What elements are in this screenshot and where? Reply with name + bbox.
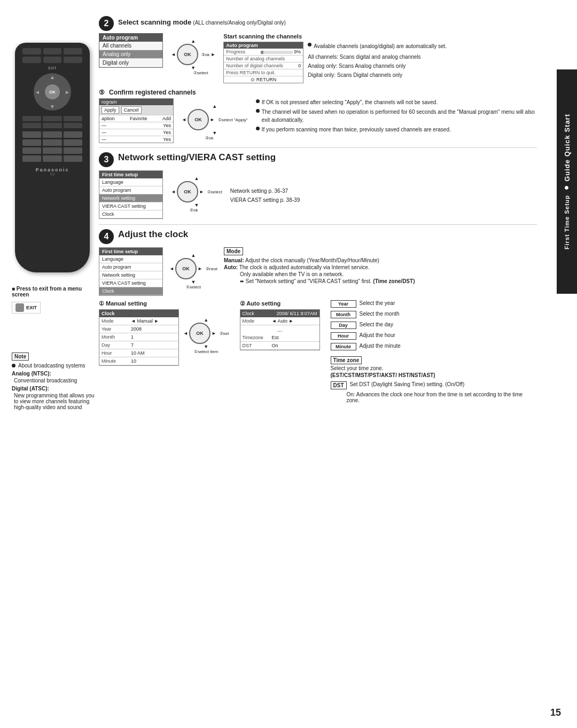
- section4-row: First time setup Language Auto program N…: [99, 247, 537, 296]
- num-7[interactable]: [22, 147, 41, 154]
- dpad-down[interactable]: ▼: [50, 104, 55, 109]
- section2-title-sub: (ALL channels/Analog only/Digital only): [193, 20, 286, 26]
- cnote3-bullet: [256, 127, 260, 130]
- dpad-right[interactable]: ►: [65, 89, 70, 95]
- menu-analog-only[interactable]: Analog only: [99, 50, 162, 59]
- manual-setting: ① Manual setting Clock Mode ◄ Manual ► Y…: [99, 300, 229, 403]
- fts-network-4[interactable]: Network setting: [99, 271, 162, 279]
- cancel-btn[interactable]: Cancel: [121, 106, 142, 114]
- confirm-apply-row: Apply Cancel: [99, 105, 173, 115]
- fts-autoprog-4[interactable]: Auto program: [99, 263, 162, 271]
- remote-tv-label: TV: [50, 173, 55, 176]
- mid-btn-1[interactable]: [22, 116, 41, 121]
- num-3[interactable]: [64, 131, 82, 138]
- page-number: 15: [550, 707, 561, 718]
- mid-btn-3[interactable]: [64, 116, 82, 121]
- dst-row: DST Set DST (Daylight Saving Time) setti…: [331, 381, 537, 389]
- confirm-row3: — Yes: [99, 136, 173, 143]
- auto-clock-header: Clock 2008/ 6/11 8:07AM: [240, 310, 319, 317]
- confirm-notes-area: If OK is not pressed after selecting "Ap…: [256, 98, 537, 143]
- clock-hour-row: Hour 10 AM: [99, 349, 178, 357]
- mid-btn-2[interactable]: [43, 116, 61, 121]
- fts-clock-3[interactable]: Clock: [99, 210, 162, 218]
- menu-digital-only[interactable]: Digital only: [99, 59, 162, 67]
- ok-circle-1: OK: [177, 44, 198, 65]
- auto-label: Auto:: [224, 264, 238, 270]
- remote-btn-1[interactable]: [22, 48, 41, 54]
- right-info-area: Year Select the year Month Select the mo…: [331, 300, 537, 403]
- dpad-up[interactable]: ▲: [50, 74, 55, 80]
- fts-menu-4: First time setup Language Auto program N…: [99, 247, 163, 296]
- ok2-arrow-right: ►: [210, 117, 215, 122]
- remote-btn-4[interactable]: [22, 57, 41, 63]
- num-9[interactable]: [64, 147, 82, 154]
- clock-mode-key: Mode: [99, 317, 129, 325]
- ok3-select: ①select: [207, 190, 222, 194]
- auto-mode-val: ◄ Auto ►: [270, 317, 319, 325]
- remote-btn-3[interactable]: [64, 48, 82, 54]
- auto-dots: ...: [240, 325, 319, 334]
- cnote2: The channel will be saved when no operat…: [256, 108, 537, 124]
- ok-button[interactable]: OK: [45, 84, 60, 99]
- num-8[interactable]: [43, 147, 61, 154]
- fts-network-3[interactable]: Network setting: [99, 194, 162, 202]
- timezone-desc: Select your time zone.: [331, 365, 537, 371]
- auto-tz-val: Est: [270, 334, 319, 341]
- clock-day-row: Day 7: [99, 341, 178, 349]
- sidebar-bullet: ●: [562, 184, 572, 193]
- clock-hour-val: 10 AM: [129, 349, 178, 357]
- row3-dots: —: [102, 137, 106, 142]
- num-0[interactable]: [43, 155, 61, 162]
- fts-menu-3: First time setup Language Auto program N…: [99, 170, 163, 219]
- ok-diagram-3: ▲ ◄ OK ► ①select ▼ ②ok: [171, 176, 222, 219]
- row2-yes: Yes: [163, 130, 171, 135]
- cnote1-bullet: [256, 99, 260, 103]
- clock-minute-val: 10: [129, 357, 178, 365]
- fts-clock-4[interactable]: Clock: [99, 287, 162, 295]
- section2-row1: Auto program All channels Analog only Di…: [99, 33, 537, 83]
- right-table: Year Select the year Month Select the mo…: [331, 300, 537, 352]
- auto-dst-row: DST On: [240, 342, 319, 350]
- ok-diagram-4: ▲ ◄ OK ► ②next ▼ ①select: [169, 253, 217, 296]
- num-4[interactable]: [22, 139, 41, 146]
- remote-btn-5[interactable]: [43, 57, 62, 63]
- dpad-left[interactable]: ◄: [35, 89, 40, 95]
- apply-btn[interactable]: Apply: [102, 106, 119, 114]
- remote-top-buttons: [22, 48, 82, 63]
- num-1[interactable]: [22, 131, 41, 138]
- day-val: Select the day: [360, 322, 537, 327]
- day-key: Day: [331, 322, 356, 329]
- num-star[interactable]: [22, 155, 41, 162]
- num-hash[interactable]: [64, 155, 82, 162]
- auto-dst-key: DST: [240, 342, 270, 349]
- fts-autoprog-3[interactable]: Auto program: [99, 186, 162, 194]
- clock-day-val: 7: [129, 341, 178, 349]
- ok4-row: ◄ OK ► ②next: [169, 258, 217, 279]
- fts-language-4[interactable]: Language: [99, 255, 162, 263]
- clock-mode-val: ◄ Manual ►: [129, 317, 178, 325]
- fts-language-3[interactable]: Language: [99, 178, 162, 186]
- num-2[interactable]: [43, 131, 61, 138]
- fts-cast-3[interactable]: VIERA CAST setting: [99, 202, 162, 210]
- manual-auto-row: ① Manual setting Clock Mode ◄ Manual ► Y…: [99, 300, 537, 403]
- auto-tz-key: Timezone: [240, 334, 270, 341]
- confirm-prog-label: rogram: [102, 99, 117, 105]
- okm-labels: ②set: [220, 331, 229, 336]
- num-5[interactable]: [43, 139, 61, 146]
- num-6[interactable]: [64, 139, 82, 146]
- progress-bar-fill: [261, 51, 263, 54]
- remote-btn-2[interactable]: [43, 48, 62, 54]
- clock-year-row: Year 2008: [99, 325, 178, 333]
- remote-btn-6[interactable]: [64, 57, 82, 63]
- fts-cast-4[interactable]: VIERA CAST setting: [99, 279, 162, 287]
- section3-title: Network setting/VIERA CAST setting: [118, 152, 276, 163]
- mid-btn-6[interactable]: [64, 123, 82, 128]
- exit-icon-box: EXIT: [12, 302, 41, 314]
- manual-inner: Clock Mode ◄ Manual ► Year 2008 Month 1: [99, 309, 229, 366]
- mid-btn-4[interactable]: [22, 123, 41, 128]
- mid-btn-5[interactable]: [43, 123, 61, 128]
- progress-value: 9%: [294, 49, 301, 54]
- row1-dots: —: [102, 123, 106, 128]
- menu-all-channels[interactable]: All channels: [99, 42, 162, 50]
- remote-dpad[interactable]: OK ▲ ▼ ◄ ►: [34, 73, 71, 111]
